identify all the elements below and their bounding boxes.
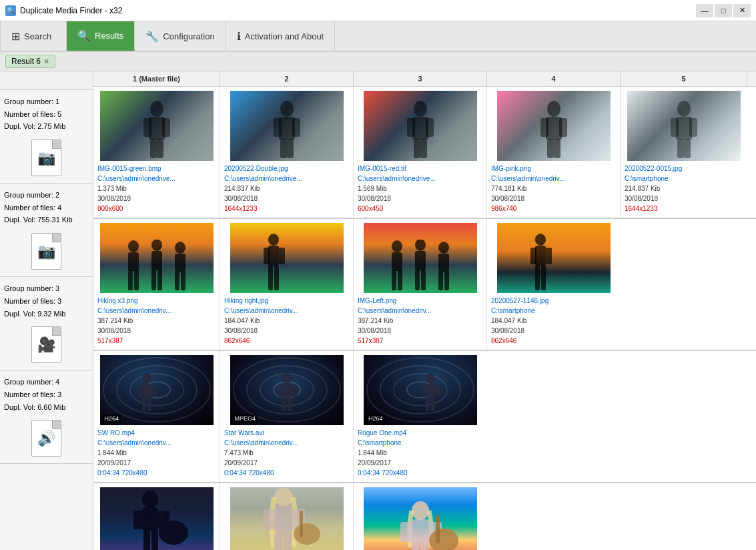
group-1-row: IMG-0015-green.bmp C:\users\admin\onedri…	[93, 87, 756, 219]
svg-point-56	[438, 242, 449, 254]
tab-activation[interactable]: ℹ Activation and About	[226, 21, 336, 51]
svg-rect-117	[420, 545, 428, 550]
file-info-2-2: Hiking right.jpg C:\users\admin\onedriv.…	[224, 296, 349, 346]
file-size-2-3: 387.214 Kib	[358, 316, 482, 326]
group-4-doc-icon: 🔊	[31, 420, 61, 457]
thumb-img-3-1: H264	[100, 355, 214, 425]
group-4-row: Boy friend.m4a C:\users\admin\onedriv...…	[93, 483, 756, 550]
maximize-button[interactable]: □	[715, 4, 732, 17]
file-info-1-4: IMG-pink.png C:\users\admin\onedriv... 7…	[491, 164, 616, 214]
svg-rect-105	[274, 506, 293, 533]
svg-rect-94	[426, 398, 430, 411]
svg-rect-72	[139, 385, 144, 397]
file-cell-4-3[interactable]: Anna.mp3 C:\smartphone 3.335 Mib 30/08/2…	[354, 483, 487, 550]
file-path-1-4: C:\users\admin\onedriv...	[491, 174, 616, 184]
result-tab-close[interactable]: ✕	[43, 57, 49, 66]
svg-rect-16	[414, 140, 420, 158]
file-cell-3-1[interactable]: H264 SW RO.mp4 C:\users\admin\onedriv...…	[93, 351, 220, 482]
svg-rect-108	[274, 533, 282, 550]
svg-rect-47	[274, 265, 279, 290]
result-strip: Result 6 ✕	[0, 52, 756, 71]
audio-silhouette-4-1	[100, 487, 214, 550]
file-cell-3-2[interactable]: MPEG4 Star Wars.avi C:\users\admin\onedr…	[220, 351, 354, 482]
file-cell-1-1[interactable]: IMG-0015-green.bmp C:\users\admin\onedri…	[93, 87, 220, 218]
tab-configuration[interactable]: 🔧 Configuration	[135, 21, 226, 51]
thumb-4-2	[230, 487, 344, 550]
svg-rect-43	[268, 246, 279, 266]
svg-rect-74	[142, 398, 146, 411]
svg-point-90	[426, 373, 435, 384]
file-date-1-4: 30/08/2018	[491, 195, 524, 202]
close-button[interactable]: ✕	[733, 4, 751, 17]
file-cell-2-2[interactable]: Hiking right.jpg C:\users\admin\onedriv.…	[220, 219, 354, 350]
file-date-2-2: 30/08/2018	[224, 327, 258, 334]
file-cell-1-3[interactable]: IMG-0015-red.tif C:\users\admin\onedrive…	[354, 87, 487, 218]
tab-results[interactable]: 🔍 Results	[67, 21, 135, 51]
file-cell-1-2[interactable]: 20200522-Double.jpg C:\users\admin\onedr…	[220, 87, 354, 218]
group-3-label: Group number: 3 Number of files: 3 Dupl.…	[0, 277, 93, 320]
file-duration-3-1: 0:04:34 720x480	[97, 468, 216, 478]
file-date-2-1: 30/08/2018	[97, 327, 131, 334]
svg-rect-101	[151, 530, 158, 550]
file-date-2-4: 30/08/2018	[491, 327, 524, 334]
title-bar-left: 🔍 Duplicate Media Finder - x32	[5, 5, 122, 16]
svg-rect-106	[264, 509, 276, 530]
svg-rect-93	[435, 385, 440, 397]
thumb-1-3	[364, 91, 477, 161]
file-cell-2-1[interactable]: Hiking x3.png C:\users\admin\onedriv... …	[93, 219, 220, 350]
tab-search[interactable]: ⊞ Search	[0, 21, 67, 51]
file-info-1-5: 20200522-0015.jpg C:\smartphone 214.837 …	[625, 164, 743, 214]
thumb-2-1	[100, 223, 214, 293]
minimize-button[interactable]: —	[696, 4, 713, 17]
svg-rect-98	[133, 511, 143, 529]
group-3-number: Group number: 3	[4, 282, 89, 295]
hiking-silhouette-2-2	[260, 233, 314, 293]
title-bar: 🔍 Duplicate Media Finder - x32 — □ ✕	[0, 0, 756, 21]
svg-rect-85	[288, 398, 292, 411]
svg-rect-28	[677, 140, 684, 158]
svg-rect-44	[264, 248, 270, 264]
thumb-img-2-2	[230, 223, 344, 293]
file-cell-2-3[interactable]: IMG-Left.png C:\users\admin\onedriv... 3…	[354, 219, 487, 350]
file-cell-1-5[interactable]: 20200522-0015.jpg C:\smartphone 214.837 …	[621, 87, 747, 218]
svg-point-48	[392, 240, 402, 252]
file-info-3-2: Star Wars.avi C:\users\admin\onedriv... …	[224, 428, 349, 478]
svg-rect-54	[415, 269, 420, 290]
result-tab-6[interactable]: Result 6 ✕	[5, 55, 55, 68]
thumb-img-2-4	[497, 223, 611, 293]
file-size-2-4: 184.047 Kib	[491, 316, 617, 326]
video-badge-3-3: H264	[366, 415, 385, 423]
svg-point-30	[128, 240, 139, 252]
group-4-vol: Dupl. Vol: 6.60 Mib	[4, 401, 89, 414]
file-cell-4-1[interactable]: Boy friend.m4a C:\users\admin\onedriv...…	[93, 483, 220, 550]
file-path-2-4: C:\smartphone	[491, 306, 617, 316]
group-2-row: Hiking x3.png C:\users\admin\onedriv... …	[93, 219, 756, 351]
thumb-4-1	[100, 487, 214, 550]
group-4-info: Group number: 4 Number of files: 3 Dupl.…	[0, 370, 93, 464]
thumb-1-2	[230, 91, 344, 161]
svg-rect-40	[175, 272, 179, 290]
file-cell-3-3[interactable]: H264 Rogue One.mp4 C:\smartphone 1.844 M…	[354, 351, 487, 482]
results-tab-icon: 🔍	[77, 29, 91, 42]
col-header-4: 4	[487, 71, 621, 86]
file-size-2-2: 184.047 Kib	[224, 316, 349, 326]
svg-rect-103	[165, 511, 169, 536]
svg-point-70	[142, 373, 151, 384]
group-1-number: Group number: 1	[4, 95, 89, 108]
file-dims-1-5: 1644x1233	[625, 204, 743, 214]
svg-rect-100	[143, 530, 150, 550]
silhouette-1-4	[534, 101, 574, 161]
file-dims-2-3: 517x387	[358, 336, 482, 346]
file-cell-2-4[interactable]: 20200527-1146.jpg C:\smartphone 184.047 …	[487, 219, 621, 350]
silhouette-1-5	[664, 101, 704, 161]
file-cell-4-2[interactable]: Anna-Best of.wma C:\users\admin\onedriv.…	[220, 483, 354, 550]
file-dims-2-1: 517x387	[97, 336, 216, 346]
file-dims-1-4: 986x740	[491, 204, 616, 214]
file-duration-3-2: 0:04:34 720x480	[224, 468, 349, 478]
group-2-label: Group number: 2 Number of files: 4 Dupl.…	[0, 184, 93, 226]
file-dims-2-2: 862x646	[224, 336, 349, 346]
file-cell-1-4[interactable]: IMG-pink.png C:\users\admin\onedriv... 7…	[487, 87, 621, 218]
svg-rect-61	[535, 246, 546, 266]
svg-rect-119	[436, 515, 440, 543]
group-2-doc-icon: 📷	[31, 233, 61, 270]
